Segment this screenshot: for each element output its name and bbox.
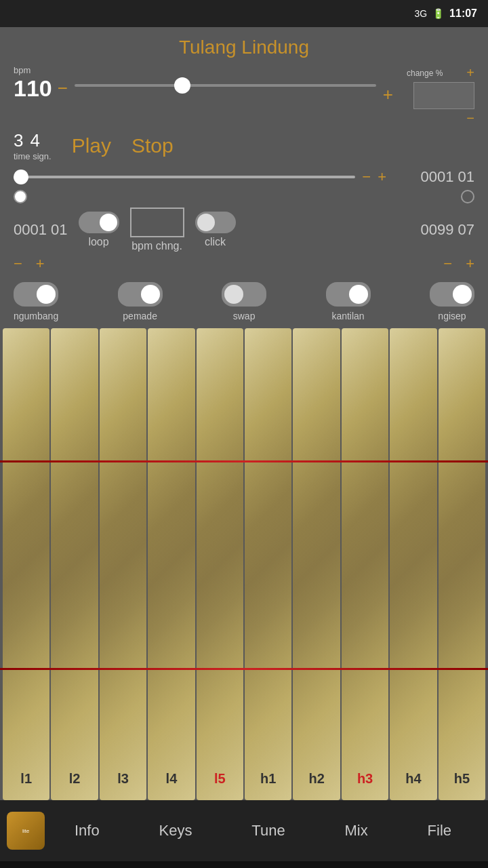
loop-end-plus[interactable]: + <box>466 255 474 273</box>
ngisep-toggle[interactable] <box>430 282 474 307</box>
ngisep-label: ngisep <box>438 311 466 321</box>
click-label: click <box>205 236 226 248</box>
nav-item-info[interactable]: Info <box>64 816 110 845</box>
loop-group: loop <box>79 212 119 248</box>
kantilan-label: kantilan <box>331 311 364 321</box>
nav-item-keys[interactable]: Keys <box>148 816 203 845</box>
status-bar: 3G 🔋 11:07 <box>0 0 488 27</box>
nav-logo[interactable]: lite <box>7 812 45 850</box>
pemade-label: pemade <box>123 311 157 321</box>
bpm-chng-input[interactable] <box>130 208 184 237</box>
bar-key-h3[interactable]: h3 <box>342 328 388 800</box>
bpmchng-group: bpm chng. <box>130 208 184 252</box>
bar-key-h2[interactable]: h2 <box>293 328 340 800</box>
ngumbang-label: ngumbang <box>14 311 58 321</box>
bar-label-l2: l2 <box>69 771 81 787</box>
keys-area[interactable]: l1l2l3l4l5h1h2h3h4h5 <box>0 328 488 800</box>
position-display: 0001 01 <box>393 168 474 186</box>
bar-key-h5[interactable]: h5 <box>439 328 485 800</box>
playhead-row <box>0 189 488 205</box>
title-bar: Tulang Lindung <box>0 27 488 62</box>
battery-icon: 🔋 <box>432 8 444 19</box>
loop-start-plus[interactable]: + <box>36 255 45 273</box>
change-pct-minus[interactable]: − <box>466 111 474 126</box>
pos-minus-btn[interactable]: − <box>362 168 371 186</box>
status-time: 11:07 <box>449 7 477 20</box>
time-sign-label: time sign. <box>14 151 52 161</box>
string-bottom <box>0 668 488 670</box>
stop-button[interactable]: Stop <box>131 134 174 157</box>
swap-label: swap <box>233 311 256 321</box>
bpmchng-label: bpm chng. <box>131 240 182 252</box>
bar-label-h2: h2 <box>308 771 324 787</box>
bar-label-h3: h3 <box>357 771 373 787</box>
loop-label: loop <box>88 236 108 248</box>
loop-end-display: 0099 07 <box>420 221 474 239</box>
bar-label-l5: l5 <box>214 771 226 787</box>
instrument-group-swap: swap <box>222 282 266 321</box>
bar-label-l3: l3 <box>117 771 129 787</box>
instrument-group-ngisep: ngisep <box>430 282 474 321</box>
android-nav-bar: ◁ ○ □ <box>0 861 488 868</box>
time-sign-nums: 3 4 <box>14 130 40 151</box>
loop-toggle[interactable] <box>79 212 119 233</box>
bpm-label: bpm <box>14 65 68 75</box>
pemade-toggle[interactable] <box>118 282 163 307</box>
bar-label-h4: h4 <box>405 771 421 787</box>
network-signal: 3G <box>414 8 427 19</box>
nav-item-tune[interactable]: Tune <box>241 816 296 845</box>
bpm-plus-btn[interactable]: + <box>383 84 393 105</box>
change-pct-plus[interactable]: + <box>466 65 474 81</box>
bars-container: l1l2l3l4l5h1h2h3h4h5 <box>0 328 488 800</box>
nav-item-mix[interactable]: Mix <box>334 816 379 845</box>
bpm-minus-btn[interactable]: − <box>58 78 68 99</box>
loop-end-minus[interactable]: − <box>443 255 452 273</box>
bar-key-l2[interactable]: l2 <box>51 328 98 800</box>
bar-key-l3[interactable]: l3 <box>100 328 146 800</box>
change-pct-input[interactable] <box>413 82 474 109</box>
bottom-nav: lite InfoKeysTuneMixFile <box>0 800 488 861</box>
bar-label-l1: l1 <box>20 771 32 787</box>
bar-key-h1[interactable]: h1 <box>245 328 291 800</box>
position-slider[interactable] <box>14 176 355 178</box>
change-pct-label: change % <box>407 68 443 78</box>
click-toggle[interactable] <box>195 212 236 233</box>
bar-key-l4[interactable]: l4 <box>148 328 195 800</box>
kantilan-toggle[interactable] <box>326 282 371 307</box>
time-sign-group: 3 4 time sign. <box>14 130 52 161</box>
bar-label-h1: h1 <box>260 771 276 787</box>
bar-key-l1[interactable]: l1 <box>3 328 49 800</box>
bar-label-h5: h5 <box>454 771 470 787</box>
bpm-slider[interactable] <box>75 84 376 87</box>
song-title: Tulang Lindung <box>0 37 488 58</box>
loop-start-minus[interactable]: − <box>14 255 22 273</box>
bar-key-h4[interactable]: h4 <box>390 328 436 800</box>
swap-toggle[interactable] <box>222 282 266 307</box>
instrument-toggles: ngumbangpemadeswapkantilanngisep <box>0 275 488 328</box>
play-button[interactable]: Play <box>72 134 111 157</box>
ngumbang-toggle[interactable] <box>14 282 58 307</box>
playhead-dot-left <box>14 190 27 203</box>
nav-item-file[interactable]: File <box>417 816 462 845</box>
instrument-group-pemade: pemade <box>118 282 163 321</box>
instrument-group-kantilan: kantilan <box>326 282 371 321</box>
pos-plus-btn[interactable]: + <box>378 168 386 186</box>
playhead-dot-right <box>461 190 474 203</box>
transport-section: 3 4 time sign. Play Stop <box>0 129 488 165</box>
time-sign-numerator: 3 <box>14 130 23 151</box>
string-top <box>0 460 488 462</box>
bpm-value: 110 <box>14 75 52 102</box>
app-area: Tulang Lindung bpm 110 − + change % + − <box>0 27 488 800</box>
click-group: click <box>195 212 236 248</box>
time-sign-denominator: 4 <box>30 130 39 151</box>
bar-key-l5[interactable]: l5 <box>197 328 243 800</box>
instrument-group-ngumbang: ngumbang <box>14 282 58 321</box>
loop-start-display: 0001 01 <box>14 221 68 239</box>
bar-label-l4: l4 <box>166 771 178 787</box>
